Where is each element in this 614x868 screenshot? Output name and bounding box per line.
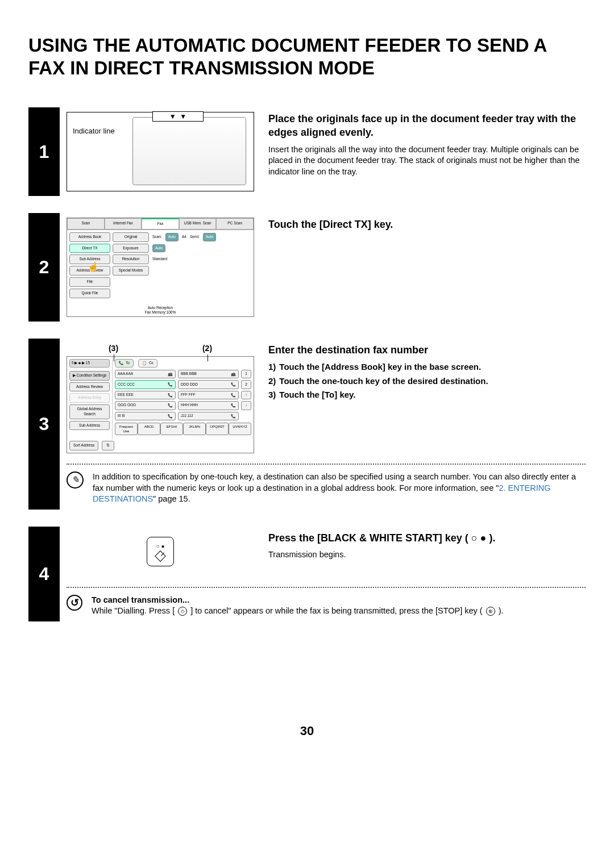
page-number: 30 [28,724,586,738]
step-3: 3 (3) (2) 5 ▶ ■ ▶ 15 ▶ [28,339,586,509]
special-modes-button[interactable]: Special Modes [113,266,149,276]
ifax-icon: 📠 [231,372,236,377]
scan-auto-badge: Auto [165,233,179,241]
direct-tx-button[interactable]: Direct TX [69,244,110,253]
file-button[interactable]: File [69,277,110,287]
one-touch-eee[interactable]: EEE EEE📞 [115,391,176,399]
send-label: Send: [190,235,200,240]
page-index-1: 1 [241,370,251,378]
tab-uvwxyz[interactable]: UVWXYZ [229,423,251,435]
global-address-search-button[interactable]: Global Address Search [69,404,110,419]
phone-icon: 📞 [168,403,173,408]
phone-icon: 📞 [168,393,173,398]
step4-paragraph: Transmission begins. [268,549,586,561]
callout-3: (3) [105,343,122,354]
page-title: USING THE AUTOMATIC DOCUMENT FEEDER TO S… [28,34,586,79]
scroll-down-button[interactable]: ↓ [241,401,251,410]
step1-paragraph: Insert the originals all the way into th… [268,144,586,178]
page-index-2: 2 [241,380,251,389]
one-touch-bbb[interactable]: BBB BBB📠 [178,370,239,378]
tab-abcd[interactable]: ABCD [138,423,160,435]
one-touch-ddd[interactable]: DDD DDD📞 [178,380,239,389]
scroll-up-button[interactable]: ↑ [241,391,251,399]
one-touch-ccc[interactable]: CCC CCC📞 [115,380,176,389]
send-auto-badge: Auto [203,233,216,241]
step-2: 2 Scan Internet Fax Fax USB Mem. Scan PC… [28,213,586,322]
one-touch-jjj[interactable]: JJJ JJJ📞 [178,412,239,420]
indicator-line-label: Indicator line [73,126,115,136]
quick-file-button[interactable]: Quick File [69,289,110,298]
note-icon: ✎ [67,471,84,489]
dotted-separator [67,587,586,588]
down-arrows-icon: ▼ ▼ [152,111,204,122]
step-4: 4 ○ ● Press the [BLACK & WHITE START] ke… [28,527,586,621]
address-entry-button[interactable]: Address Entry [69,393,110,403]
resolution-button[interactable]: Resolution [113,254,149,264]
one-touch-ggg[interactable]: GGG GGG📞 [115,401,176,410]
scan-label: Scan: [152,235,162,240]
start-diamond-icon [155,550,166,562]
tab-pc-scan[interactable]: PC Scan [216,218,254,229]
scan-size-label: A4 [182,235,186,240]
bw-circle-dot-icon: ○ ● [156,542,165,550]
phone-icon: 📞 [168,382,173,387]
one-touch-hhh[interactable]: HHH HHH📞 [178,401,239,410]
tab-opqrst[interactable]: OPQRST [206,423,229,435]
nav-path[interactable]: 5 ▶ ■ ▶ 15 [69,359,110,368]
cancel-icon: ↺ [67,595,82,611]
phone-icon: 📞 [168,414,173,419]
callout-2: (2) [199,343,215,354]
original-button[interactable]: Original [113,232,149,242]
hand-pointer-icon: ☝ [88,261,99,273]
cancel-note: ↺ To cancel transmission... While "Diall… [67,595,586,617]
ifax-icon: 📠 [168,372,173,377]
adf-illustration: Indicator line ▼ ▼ [67,112,254,191]
exposure-auto-badge: Auto [152,244,165,253]
step-number-1: 1 [28,107,60,196]
sort-toggle-icon[interactable]: ⇅ [102,441,114,450]
tab-internet-fax[interactable]: Internet Fax [105,218,142,229]
cc-chip[interactable]: 📋 Cc [138,359,157,368]
tab-fax[interactable]: Fax [142,218,179,229]
phone-icon: 📞 [231,393,236,398]
step4-heading: Press the [BLACK & WHITE START] key ( ○ … [268,531,586,545]
step3-substeps: 1)Touch the [Address Book] key in the ba… [268,361,586,400]
step-1: 1 Indicator line ▼ ▼ Place the originals… [28,107,586,196]
phone-icon: 📞 [231,382,236,387]
step3-note: ✎ In addition to specification by one-to… [67,471,586,505]
condition-settings-button[interactable]: ▶ Condition Settings [69,371,110,381]
one-touch-aaa[interactable]: AAA AAA📠 [115,370,176,378]
step3-heading: Enter the destination fax number [268,343,586,357]
sub-address-button[interactable]: Sub Address [69,421,110,431]
tab-efghi[interactable]: EFGHI [160,423,183,435]
one-touch-fff[interactable]: FFF FFF📞 [178,391,239,399]
tab-usb-mem-scan[interactable]: USB Mem. Scan [179,218,217,229]
cancel-title: To cancel transmission... [92,595,504,606]
one-touch-iii[interactable]: III III📞 [115,412,176,420]
tab-scan[interactable]: Scan [67,218,105,229]
phone-icon: 📞 [231,414,236,419]
to-chip[interactable]: 📞 To [115,359,134,368]
fax-memory-label: Fax Memory:100% [67,310,254,315]
bw-start-key[interactable]: ○ ● [147,537,174,566]
auto-reception-label: Auto Reception [67,306,254,311]
stop-key-icon: ⊛ [486,607,495,616]
tab-jklmn[interactable]: JKLMN [183,423,206,435]
step-number-2: 2 [28,213,60,322]
resolution-value: Standard [152,257,167,262]
address-book-button[interactable]: Address Book [69,232,110,242]
phone-icon: 📞 [231,403,236,408]
dotted-separator [67,464,586,465]
step1-heading: Place the originals face up in the docum… [268,112,586,140]
address-review-button[interactable]: Address Review [69,382,110,392]
exposure-button[interactable]: Exposure [113,244,149,253]
tab-frequent-use[interactable]: Frequent Use [115,423,138,435]
sort-address-button[interactable]: Sort Address [69,441,98,450]
step2-heading: Touch the [Direct TX] key. [268,218,586,231]
touch-panel-illustration: Scan Internet Fax Fax USB Mem. Scan PC S… [67,218,254,317]
diamond-key-icon: ◇ [178,607,187,616]
address-book-illustration: (3) (2) 5 ▶ ■ ▶ 15 ▶ Condition Settings … [67,343,254,453]
start-key-illustration: ○ ● [67,531,254,577]
step-number-4: 4 [28,527,60,621]
step-number-3: 3 [28,339,60,509]
